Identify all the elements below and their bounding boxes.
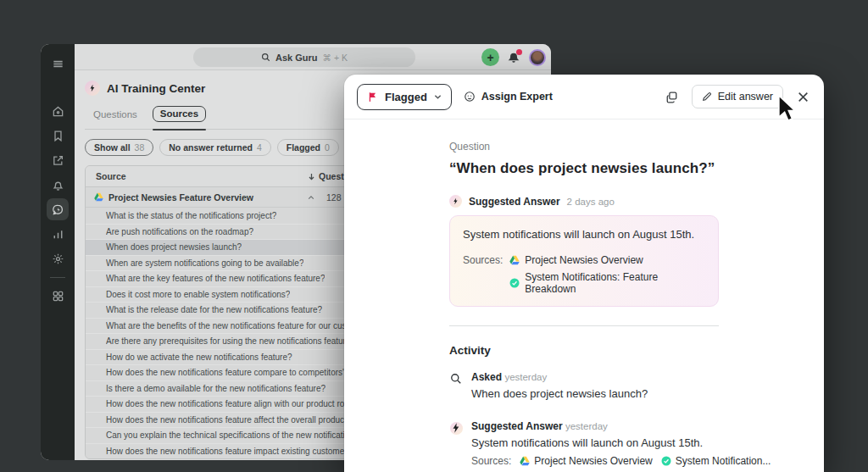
google-drive-icon [94,192,103,202]
source-link-system-notifications-feature-breakdown[interactable]: System Notifications: Feature Breakdown [509,271,705,295]
question-text: How do we activate the new notifications… [106,353,292,362]
pencil-icon [702,92,712,102]
question-text: When does project newsies launch? [106,242,242,252]
suggested-answer-card: System notifications will launch on Augu… [449,215,719,307]
assign-expert-icon [464,91,476,103]
source-link-label: Project Newsies Overview [525,254,643,266]
page-title: AI Training Center [107,82,205,95]
filter-label: No answer returned [169,142,253,153]
sort-down-icon [308,173,315,180]
question-text: Are there any prerequisites for using th… [106,336,355,346]
flagged-label: Flagged [385,91,427,103]
top-bar: Ask Guru ⌘ + K + [75,44,551,70]
activity-sources: Sources:Project Newsies OverviewSystem N… [471,455,771,467]
column-source[interactable]: Source [86,171,126,181]
activity-actor: Asked [471,371,502,383]
activity-item-content: Suggested Answer yesterdaySystem notific… [471,420,771,467]
bolt-icon [85,81,100,96]
notification-dot [516,49,522,55]
activity-list: Asked yesterdayWhen does project newsies… [449,371,719,472]
answer-text: System notifications will launch on Augu… [463,228,705,241]
question-detail-modal: Flagged Assign Expert Edit answer Questi… [344,75,824,472]
header-actions: + [481,47,546,67]
search-icon [261,53,270,62]
search-shortcut: ⌘ + K [323,53,348,63]
filter-label: Flagged [287,142,320,153]
search-icon [450,373,462,385]
source-link-project-newsies-overview[interactable]: Project Newsies Overview [509,254,705,266]
filter-count: 0 [325,142,330,153]
edit-answer-button[interactable]: Edit answer [692,85,783,108]
question-text: How does the new notifications feature a… [106,399,375,408]
activity-item: Suggested Answer yesterdaySystem notific… [449,420,719,467]
section-divider [449,325,719,326]
filter-count: 38 [135,142,145,153]
home-icon[interactable] [47,100,69,122]
assign-expert-button[interactable]: Assign Expert [464,91,553,103]
plus-icon[interactable]: + [481,48,499,66]
activity-time: yesterday [565,421,608,431]
bolt-icon [450,422,463,435]
sources-label: Sources: [463,254,503,295]
source-link-project-newsies-overview[interactable]: Project Newsies Overview [520,455,652,467]
filter-count: 4 [257,142,262,153]
question-text: What is the release date for the new not… [106,305,322,314]
sources-label: Sources: [471,455,511,467]
answer-sources: Sources: Project Newsies OverviewSystem … [463,254,705,295]
search-input[interactable]: Ask Guru ⌘ + K [193,47,415,67]
activity-title: Activity [449,344,719,357]
source-link-label: Project Newsies Overview [534,455,652,467]
verified-check-icon [509,278,520,288]
flagged-status-dropdown[interactable]: Flagged [357,84,452,110]
question-text: Are push notifications on the roadmap? [106,227,253,236]
question-text: What is the status of the notifications … [106,211,276,220]
tab-questions[interactable]: Questions [93,109,137,119]
apps-grid-icon[interactable] [47,285,69,307]
filter-label: Show all [94,142,131,153]
question-text: Is there a demo available for the new no… [106,384,326,393]
bell-icon[interactable] [507,50,521,65]
answer-sources-list: Project Newsies OverviewSystem Notificat… [509,254,705,295]
search-label: Ask Guru [275,53,318,63]
question-text: Does it cost more to enable system notif… [106,290,290,299]
copy-icon[interactable] [664,89,680,105]
source-link-system-notification[interactable]: System Notification... [661,455,771,467]
filter-pill-flagged[interactable]: Flagged0 [277,139,339,156]
activity-actor: Suggested Answer [471,420,563,432]
question-text: How does the new notifications feature c… [106,368,383,377]
question-text: When are system notifications going to b… [106,258,303,268]
gear-icon[interactable] [47,247,69,269]
filter-pill-no-answer-returned[interactable]: No answer returned4 [159,139,270,156]
close-icon[interactable] [795,89,811,105]
bookmark-icon[interactable] [47,125,69,147]
bar-chart-icon[interactable] [47,223,69,245]
tab-sources[interactable]: Sources [153,106,206,122]
activity-body: System notifications will launch on Augu… [471,436,771,449]
activity-item: Asked yesterdayWhen does project newsies… [449,371,719,406]
activity-item-icon [449,421,463,435]
menu-icon[interactable] [47,53,69,75]
activity-item-content: Asked yesterdayWhen does project newsies… [471,371,648,406]
compose-icon[interactable] [47,149,69,171]
source-link-label: System Notifications: Feature Breakdown [525,271,705,295]
chevron-down-icon [434,93,442,101]
suggested-answer-time: 2 days ago [567,197,615,207]
activity-item-head: Asked yesterday [471,371,648,383]
question-title: “When does project newsies launch?” [449,160,719,177]
user-avatar[interactable] [529,49,546,66]
chat-bubble-icon[interactable] [47,198,69,220]
group-row-right: 128 [308,192,342,203]
modal-body: Question “When does project newsies laun… [344,119,824,472]
bolt-icon [449,195,462,208]
group-name: Project Newsies Feature Overview [108,192,253,203]
filter-pill-show-all[interactable]: Show all38 [85,139,153,156]
group-question-count: 128 [326,192,342,203]
activity-item-icon [449,372,463,386]
chevron-up-icon[interactable] [308,194,314,201]
suggested-answer-label: Suggested Answer [469,196,560,208]
modal-header: Flagged Assign Expert Edit answer [344,75,824,119]
activity-item-head: Suggested Answer yesterday [471,420,771,432]
activity-body: When does project newsies launch? [471,387,648,400]
bell-icon[interactable] [47,174,69,196]
verified-check-icon [661,456,671,466]
